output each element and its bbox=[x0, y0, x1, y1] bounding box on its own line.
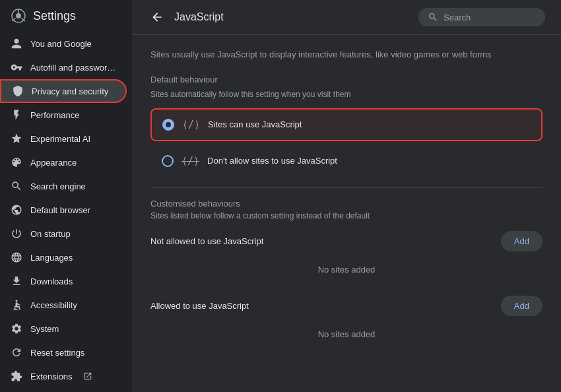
back-button[interactable] bbox=[148, 8, 166, 26]
sidebar-label-performance: Performance bbox=[30, 110, 79, 120]
star-icon bbox=[11, 133, 22, 145]
app-header: Settings bbox=[0, 0, 132, 32]
sidebar-label-downloads: Downloads bbox=[30, 277, 73, 286]
settings-icon bbox=[11, 323, 22, 335]
app-title: Settings bbox=[33, 9, 76, 23]
not-allowed-header: Not allowed to use JavaScript Add bbox=[150, 231, 543, 251]
allowed-header: Allowed to use JavaScript Add bbox=[150, 296, 543, 316]
search-input[interactable] bbox=[444, 13, 536, 22]
option-disallow-javascript[interactable]: ⟨/⟩ Don't allow sites to use JavaScript bbox=[150, 145, 543, 177]
sidebar-label-default-browser: Default browser bbox=[30, 205, 90, 215]
language-icon bbox=[11, 251, 22, 263]
shield-icon bbox=[12, 85, 24, 97]
sidebar-label-on-startup: On startup bbox=[30, 229, 71, 239]
sidebar-item-autofill[interactable]: Autofill and passwords bbox=[0, 55, 127, 79]
search-box[interactable] bbox=[418, 8, 545, 26]
page-description: Sites usually use JavaScript to display … bbox=[150, 48, 543, 61]
customised-section: Customised behaviours Sites listed below… bbox=[150, 199, 543, 347]
customised-subtitle: Sites listed below follow a custom setti… bbox=[150, 211, 543, 220]
svg-point-5 bbox=[16, 300, 18, 302]
allow-js-icon: ⟨/⟩ bbox=[182, 119, 200, 131]
bolt-icon bbox=[11, 109, 22, 121]
person-icon bbox=[11, 38, 22, 49]
not-allowed-label: Not allowed to use JavaScript bbox=[150, 236, 263, 246]
sidebar-item-performance[interactable]: Performance bbox=[0, 103, 127, 127]
allowed-empty: No sites added bbox=[150, 321, 543, 347]
search-icon bbox=[428, 12, 438, 22]
sidebar-label-autofill: Autofill and passwords bbox=[30, 63, 116, 73]
allowed-section: Allowed to use JavaScript Add No sites a… bbox=[150, 296, 543, 347]
sidebar-item-default-browser[interactable]: Default browser bbox=[0, 198, 127, 222]
sidebar-item-search-engine[interactable]: Search engine bbox=[0, 174, 127, 198]
page-title: JavaScript bbox=[174, 11, 224, 23]
power-icon bbox=[11, 228, 22, 240]
sidebar-label-accessibility: Accessibility bbox=[30, 300, 77, 310]
accessibility-icon bbox=[11, 299, 22, 311]
sidebar-label-reset-settings: Reset settings bbox=[30, 348, 84, 358]
sidebar-item-you-and-google[interactable]: You and Google bbox=[0, 32, 127, 55]
sidebar-item-experimental-ai[interactable]: Experimental AI bbox=[0, 127, 127, 150]
add-not-allowed-button[interactable]: Add bbox=[501, 231, 543, 251]
sidebar-label-search-engine: Search engine bbox=[30, 181, 86, 191]
radio-allow-inner bbox=[166, 122, 171, 127]
default-behaviour-title: Default behaviour bbox=[150, 75, 543, 84]
add-allowed-button[interactable]: Add bbox=[501, 296, 543, 316]
option-allow-javascript[interactable]: ⟨/⟩ Sites can use JavaScript bbox=[150, 108, 543, 141]
globe-icon bbox=[11, 204, 22, 216]
main-header: JavaScript bbox=[132, 0, 561, 35]
content-area: Sites usually use JavaScript to display … bbox=[132, 35, 561, 374]
sidebar-label-privacy-security: Privacy and security bbox=[32, 86, 108, 96]
allowed-label: Allowed to use JavaScript bbox=[150, 301, 249, 311]
external-link-icon bbox=[83, 372, 92, 381]
sidebar-label-system: System bbox=[30, 324, 59, 334]
svg-point-1 bbox=[16, 13, 21, 18]
extension-icon bbox=[11, 370, 22, 382]
not-allowed-empty: No sites added bbox=[150, 257, 543, 282]
sidebar-item-accessibility[interactable]: Accessibility bbox=[0, 293, 127, 317]
customised-title: Customised behaviours bbox=[150, 199, 543, 209]
key-icon bbox=[11, 61, 22, 73]
refresh-icon bbox=[11, 346, 22, 358]
sidebar-item-downloads[interactable]: Downloads bbox=[0, 269, 127, 293]
sidebar-label-appearance: Appearance bbox=[30, 158, 77, 168]
sidebar-item-appearance[interactable]: Appearance bbox=[0, 150, 127, 174]
not-allowed-section: Not allowed to use JavaScript Add No sit… bbox=[150, 231, 543, 282]
section-divider bbox=[150, 187, 543, 188]
sidebar: Settings You and Google Autofill and pas… bbox=[0, 0, 132, 392]
sidebar-item-extensions[interactable]: Extensions bbox=[0, 364, 127, 388]
download-icon bbox=[11, 275, 22, 287]
sidebar-item-about-chrome[interactable]: About Chrome bbox=[0, 388, 127, 392]
default-behaviour-subtitle: Sites automatically follow this setting … bbox=[150, 90, 543, 99]
palette-icon bbox=[11, 156, 22, 168]
radio-allow bbox=[162, 119, 174, 131]
sidebar-item-languages[interactable]: Languages bbox=[0, 245, 127, 269]
sidebar-label-languages: Languages bbox=[30, 253, 73, 263]
search-icon bbox=[11, 180, 22, 192]
sidebar-label-you-and-google: You and Google bbox=[30, 39, 92, 49]
sidebar-label-extensions: Extensions bbox=[30, 372, 73, 381]
main-content: JavaScript Sites usually use JavaScript … bbox=[132, 0, 561, 392]
chrome-logo bbox=[11, 8, 26, 24]
sidebar-label-experimental-ai: Experimental AI bbox=[30, 134, 90, 144]
disallow-js-label: Don't allow sites to use JavaScript bbox=[207, 156, 337, 166]
sidebar-item-on-startup[interactable]: On startup bbox=[0, 222, 127, 245]
disallow-js-icon: ⟨/⟩ bbox=[182, 155, 199, 167]
sidebar-item-reset-settings[interactable]: Reset settings bbox=[0, 341, 127, 364]
sidebar-item-privacy-security[interactable]: Privacy and security bbox=[0, 79, 127, 103]
header-left: JavaScript bbox=[148, 8, 224, 26]
radio-disallow bbox=[162, 155, 174, 167]
allow-js-label: Sites can use JavaScript bbox=[208, 119, 302, 129]
sidebar-item-system[interactable]: System bbox=[0, 317, 127, 341]
back-arrow-icon bbox=[150, 11, 164, 24]
